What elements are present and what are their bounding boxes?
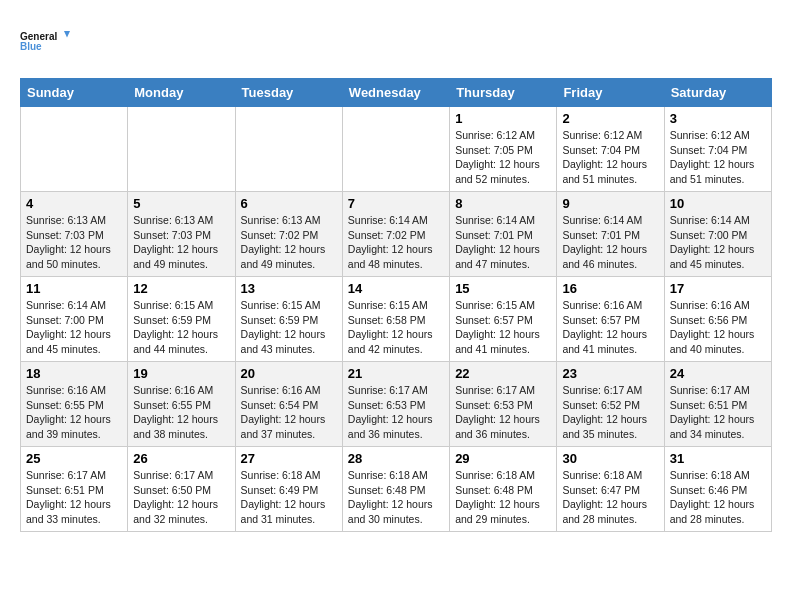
day-number: 9 bbox=[562, 196, 658, 211]
day-number: 30 bbox=[562, 451, 658, 466]
day-number: 29 bbox=[455, 451, 551, 466]
header: General Blue bbox=[20, 20, 772, 62]
day-info: Sunrise: 6:16 AMSunset: 6:56 PMDaylight:… bbox=[670, 298, 766, 357]
calendar-cell: 17Sunrise: 6:16 AMSunset: 6:56 PMDayligh… bbox=[664, 277, 771, 362]
logo-svg: General Blue bbox=[20, 20, 70, 62]
calendar-cell: 25Sunrise: 6:17 AMSunset: 6:51 PMDayligh… bbox=[21, 447, 128, 532]
column-header-friday: Friday bbox=[557, 79, 664, 107]
week-row-2: 4Sunrise: 6:13 AMSunset: 7:03 PMDaylight… bbox=[21, 192, 772, 277]
calendar-cell: 27Sunrise: 6:18 AMSunset: 6:49 PMDayligh… bbox=[235, 447, 342, 532]
calendar-cell: 19Sunrise: 6:16 AMSunset: 6:55 PMDayligh… bbox=[128, 362, 235, 447]
day-number: 4 bbox=[26, 196, 122, 211]
day-number: 7 bbox=[348, 196, 444, 211]
calendar-cell: 8Sunrise: 6:14 AMSunset: 7:01 PMDaylight… bbox=[450, 192, 557, 277]
day-number: 31 bbox=[670, 451, 766, 466]
calendar-cell: 31Sunrise: 6:18 AMSunset: 6:46 PMDayligh… bbox=[664, 447, 771, 532]
calendar-cell: 20Sunrise: 6:16 AMSunset: 6:54 PMDayligh… bbox=[235, 362, 342, 447]
day-info: Sunrise: 6:14 AMSunset: 7:01 PMDaylight:… bbox=[562, 213, 658, 272]
calendar-cell: 3Sunrise: 6:12 AMSunset: 7:04 PMDaylight… bbox=[664, 107, 771, 192]
calendar-cell bbox=[128, 107, 235, 192]
calendar-cell: 14Sunrise: 6:15 AMSunset: 6:58 PMDayligh… bbox=[342, 277, 449, 362]
day-info: Sunrise: 6:16 AMSunset: 6:57 PMDaylight:… bbox=[562, 298, 658, 357]
day-number: 14 bbox=[348, 281, 444, 296]
day-number: 1 bbox=[455, 111, 551, 126]
day-info: Sunrise: 6:17 AMSunset: 6:53 PMDaylight:… bbox=[348, 383, 444, 442]
calendar-cell: 9Sunrise: 6:14 AMSunset: 7:01 PMDaylight… bbox=[557, 192, 664, 277]
calendar-cell bbox=[342, 107, 449, 192]
calendar-cell: 10Sunrise: 6:14 AMSunset: 7:00 PMDayligh… bbox=[664, 192, 771, 277]
day-number: 22 bbox=[455, 366, 551, 381]
day-info: Sunrise: 6:18 AMSunset: 6:48 PMDaylight:… bbox=[348, 468, 444, 527]
day-number: 23 bbox=[562, 366, 658, 381]
day-info: Sunrise: 6:15 AMSunset: 6:59 PMDaylight:… bbox=[133, 298, 229, 357]
day-info: Sunrise: 6:14 AMSunset: 7:01 PMDaylight:… bbox=[455, 213, 551, 272]
day-info: Sunrise: 6:18 AMSunset: 6:47 PMDaylight:… bbox=[562, 468, 658, 527]
week-row-5: 25Sunrise: 6:17 AMSunset: 6:51 PMDayligh… bbox=[21, 447, 772, 532]
day-number: 21 bbox=[348, 366, 444, 381]
day-number: 2 bbox=[562, 111, 658, 126]
day-info: Sunrise: 6:17 AMSunset: 6:51 PMDaylight:… bbox=[26, 468, 122, 527]
calendar-cell: 29Sunrise: 6:18 AMSunset: 6:48 PMDayligh… bbox=[450, 447, 557, 532]
calendar-cell: 24Sunrise: 6:17 AMSunset: 6:51 PMDayligh… bbox=[664, 362, 771, 447]
day-info: Sunrise: 6:14 AMSunset: 7:00 PMDaylight:… bbox=[670, 213, 766, 272]
week-row-4: 18Sunrise: 6:16 AMSunset: 6:55 PMDayligh… bbox=[21, 362, 772, 447]
day-number: 12 bbox=[133, 281, 229, 296]
day-number: 5 bbox=[133, 196, 229, 211]
calendar-cell: 1Sunrise: 6:12 AMSunset: 7:05 PMDaylight… bbox=[450, 107, 557, 192]
day-info: Sunrise: 6:14 AMSunset: 7:00 PMDaylight:… bbox=[26, 298, 122, 357]
day-info: Sunrise: 6:18 AMSunset: 6:49 PMDaylight:… bbox=[241, 468, 337, 527]
day-info: Sunrise: 6:17 AMSunset: 6:53 PMDaylight:… bbox=[455, 383, 551, 442]
day-info: Sunrise: 6:17 AMSunset: 6:51 PMDaylight:… bbox=[670, 383, 766, 442]
day-info: Sunrise: 6:12 AMSunset: 7:04 PMDaylight:… bbox=[562, 128, 658, 187]
day-number: 17 bbox=[670, 281, 766, 296]
column-header-sunday: Sunday bbox=[21, 79, 128, 107]
day-number: 6 bbox=[241, 196, 337, 211]
column-header-tuesday: Tuesday bbox=[235, 79, 342, 107]
day-number: 3 bbox=[670, 111, 766, 126]
calendar-cell bbox=[235, 107, 342, 192]
logo: General Blue bbox=[20, 20, 70, 62]
day-number: 26 bbox=[133, 451, 229, 466]
day-info: Sunrise: 6:13 AMSunset: 7:03 PMDaylight:… bbox=[133, 213, 229, 272]
day-info: Sunrise: 6:13 AMSunset: 7:03 PMDaylight:… bbox=[26, 213, 122, 272]
day-number: 20 bbox=[241, 366, 337, 381]
day-info: Sunrise: 6:16 AMSunset: 6:55 PMDaylight:… bbox=[133, 383, 229, 442]
day-info: Sunrise: 6:13 AMSunset: 7:02 PMDaylight:… bbox=[241, 213, 337, 272]
calendar-cell: 5Sunrise: 6:13 AMSunset: 7:03 PMDaylight… bbox=[128, 192, 235, 277]
day-number: 16 bbox=[562, 281, 658, 296]
svg-text:General: General bbox=[20, 31, 57, 42]
calendar-cell: 26Sunrise: 6:17 AMSunset: 6:50 PMDayligh… bbox=[128, 447, 235, 532]
day-number: 28 bbox=[348, 451, 444, 466]
calendar-cell: 28Sunrise: 6:18 AMSunset: 6:48 PMDayligh… bbox=[342, 447, 449, 532]
day-info: Sunrise: 6:15 AMSunset: 6:58 PMDaylight:… bbox=[348, 298, 444, 357]
calendar-cell: 30Sunrise: 6:18 AMSunset: 6:47 PMDayligh… bbox=[557, 447, 664, 532]
day-info: Sunrise: 6:17 AMSunset: 6:52 PMDaylight:… bbox=[562, 383, 658, 442]
calendar-cell: 13Sunrise: 6:15 AMSunset: 6:59 PMDayligh… bbox=[235, 277, 342, 362]
day-number: 18 bbox=[26, 366, 122, 381]
day-number: 8 bbox=[455, 196, 551, 211]
column-header-saturday: Saturday bbox=[664, 79, 771, 107]
calendar-cell: 7Sunrise: 6:14 AMSunset: 7:02 PMDaylight… bbox=[342, 192, 449, 277]
day-info: Sunrise: 6:15 AMSunset: 6:59 PMDaylight:… bbox=[241, 298, 337, 357]
calendar-cell: 18Sunrise: 6:16 AMSunset: 6:55 PMDayligh… bbox=[21, 362, 128, 447]
calendar-cell: 23Sunrise: 6:17 AMSunset: 6:52 PMDayligh… bbox=[557, 362, 664, 447]
day-info: Sunrise: 6:12 AMSunset: 7:05 PMDaylight:… bbox=[455, 128, 551, 187]
column-header-monday: Monday bbox=[128, 79, 235, 107]
day-info: Sunrise: 6:14 AMSunset: 7:02 PMDaylight:… bbox=[348, 213, 444, 272]
calendar-cell: 21Sunrise: 6:17 AMSunset: 6:53 PMDayligh… bbox=[342, 362, 449, 447]
calendar-cell: 12Sunrise: 6:15 AMSunset: 6:59 PMDayligh… bbox=[128, 277, 235, 362]
calendar-cell: 15Sunrise: 6:15 AMSunset: 6:57 PMDayligh… bbox=[450, 277, 557, 362]
day-number: 11 bbox=[26, 281, 122, 296]
svg-text:Blue: Blue bbox=[20, 41, 42, 52]
calendar-cell: 11Sunrise: 6:14 AMSunset: 7:00 PMDayligh… bbox=[21, 277, 128, 362]
day-number: 19 bbox=[133, 366, 229, 381]
calendar-cell: 22Sunrise: 6:17 AMSunset: 6:53 PMDayligh… bbox=[450, 362, 557, 447]
day-number: 15 bbox=[455, 281, 551, 296]
header-row: SundayMondayTuesdayWednesdayThursdayFrid… bbox=[21, 79, 772, 107]
day-number: 13 bbox=[241, 281, 337, 296]
day-info: Sunrise: 6:18 AMSunset: 6:46 PMDaylight:… bbox=[670, 468, 766, 527]
calendar-cell: 2Sunrise: 6:12 AMSunset: 7:04 PMDaylight… bbox=[557, 107, 664, 192]
calendar-cell bbox=[21, 107, 128, 192]
week-row-3: 11Sunrise: 6:14 AMSunset: 7:00 PMDayligh… bbox=[21, 277, 772, 362]
calendar-cell: 6Sunrise: 6:13 AMSunset: 7:02 PMDaylight… bbox=[235, 192, 342, 277]
